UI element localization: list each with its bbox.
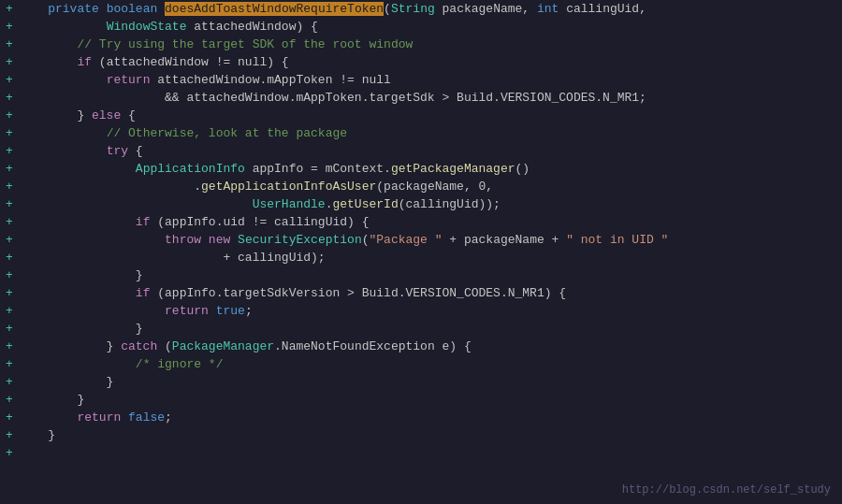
code-line-25: + } <box>0 426 842 444</box>
code-line-26: + <box>0 444 842 462</box>
line-plus-12: + <box>0 195 19 213</box>
code-line-20: + } catch (PackageManager.NameNotFoundEx… <box>0 338 842 355</box>
code-line-24: + return false; <box>0 409 842 426</box>
code-line-8: + // Otherwise, look at the package <box>0 124 842 142</box>
line-plus-16: + <box>0 266 19 284</box>
line-plus-25: + <box>0 426 19 444</box>
line-content-20: } catch (PackageManager.NameNotFoundExce… <box>19 338 842 355</box>
line-content-15: + callingUid); <box>19 249 842 266</box>
line-plus-10: + <box>0 160 19 178</box>
line-content-6: && attachedWindow.mAppToken.targetSdk > … <box>19 89 842 107</box>
code-line-7: + } else { <box>0 107 842 124</box>
line-plus-4: + <box>0 53 19 71</box>
code-line-10: + ApplicationInfo appInfo = mContext.get… <box>0 160 842 178</box>
line-content-8: // Otherwise, look at the package <box>19 124 842 142</box>
line-content-11: .getApplicationInfoAsUser(packageName, 0… <box>19 178 842 195</box>
line-plus-18: + <box>0 302 19 320</box>
code-line-14: + throw new SecurityException("Package "… <box>0 231 842 249</box>
line-content-25: } <box>19 426 842 444</box>
line-plus-15: + <box>0 249 19 266</box>
line-plus-7: + <box>0 107 19 124</box>
code-line-2: + WindowState attachedWindow) { <box>0 18 842 36</box>
line-content-18: return true; <box>19 302 842 320</box>
line-content-7: } else { <box>19 107 842 124</box>
line-content-10: ApplicationInfo appInfo = mContext.getPa… <box>19 160 842 178</box>
line-plus-1: + <box>0 0 19 18</box>
code-line-21: + /* ignore */ <box>0 355 842 373</box>
code-line-9: + try { <box>0 142 842 160</box>
line-plus-19: + <box>0 320 19 338</box>
line-plus-9: + <box>0 142 19 160</box>
code-container: + private boolean doesAddToastWindowRequ… <box>0 0 842 504</box>
line-content-23: } <box>19 391 842 409</box>
code-line-15: + + callingUid); <box>0 249 842 266</box>
code-line-11: + .getApplicationInfoAsUser(packageName,… <box>0 178 842 195</box>
code-line-13: + if (appInfo.uid != callingUid) { <box>0 213 842 231</box>
line-content-2: WindowState attachedWindow) { <box>19 18 842 36</box>
line-plus-14: + <box>0 231 19 249</box>
line-content-4: if (attachedWindow != null) { <box>19 53 842 71</box>
line-plus-2: + <box>0 18 19 36</box>
line-content-3: // Try using the target SDK of the root … <box>19 36 842 53</box>
line-content-9: try { <box>19 142 842 160</box>
line-content-14: throw new SecurityException("Package " +… <box>19 231 842 249</box>
line-content-19: } <box>19 320 842 338</box>
line-plus-6: + <box>0 89 19 107</box>
line-content-17: if (appInfo.targetSdkVersion > Build.VER… <box>19 284 842 302</box>
line-content-16: } <box>19 266 842 284</box>
code-line-22: + } <box>0 373 842 391</box>
line-plus-24: + <box>0 409 19 426</box>
line-plus-13: + <box>0 213 19 231</box>
line-plus-11: + <box>0 178 19 195</box>
line-content-12: UserHandle.getUserId(callingUid)); <box>19 195 842 213</box>
line-plus-17: + <box>0 284 19 302</box>
watermark: http://blog.csdn.net/self_study <box>622 483 831 497</box>
code-line-3: + // Try using the target SDK of the roo… <box>0 36 842 53</box>
code-line-12: + UserHandle.getUserId(callingUid)); <box>0 195 842 213</box>
code-line-16: + } <box>0 266 842 284</box>
code-line-5: + return attachedWindow.mAppToken != nul… <box>0 71 842 89</box>
line-plus-5: + <box>0 71 19 89</box>
line-plus-21: + <box>0 355 19 373</box>
line-plus-22: + <box>0 373 19 391</box>
code-line-4: + if (attachedWindow != null) { <box>0 53 842 71</box>
line-content-21: /* ignore */ <box>19 355 842 373</box>
line-content-1: private boolean doesAddToastWindowRequir… <box>19 0 842 18</box>
line-content-22: } <box>19 373 842 391</box>
line-plus-26: + <box>0 444 19 462</box>
line-plus-20: + <box>0 338 19 355</box>
line-content-24: return false; <box>19 409 842 426</box>
code-line-1: + private boolean doesAddToastWindowRequ… <box>0 0 842 18</box>
code-line-17: + if (appInfo.targetSdkVersion > Build.V… <box>0 284 842 302</box>
line-content-13: if (appInfo.uid != callingUid) { <box>19 213 842 231</box>
code-line-19: + } <box>0 320 842 338</box>
code-line-18: + return true; <box>0 302 842 320</box>
code-line-23: + } <box>0 391 842 409</box>
line-plus-23: + <box>0 391 19 409</box>
code-line-6: + && attachedWindow.mAppToken.targetSdk … <box>0 89 842 107</box>
line-content-5: return attachedWindow.mAppToken != null <box>19 71 842 89</box>
line-plus-3: + <box>0 36 19 53</box>
line-plus-8: + <box>0 124 19 142</box>
